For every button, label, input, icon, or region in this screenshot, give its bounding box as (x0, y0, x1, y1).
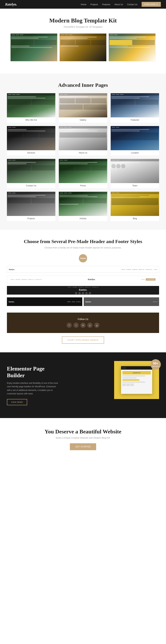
page-featured[interactable]: Featured (111, 93, 159, 122)
header-previews: Katelyn. Home Projects Features About Us… (7, 266, 159, 308)
social-twitter[interactable]: t (74, 322, 79, 328)
inner-pages-section: Advanced Inner Pages Who We Are (0, 74, 166, 230)
nav-projects[interactable]: Projects (90, 3, 98, 6)
template-previews (7, 33, 159, 68)
page-location-label: Location (111, 150, 159, 156)
header-two-col: Katelyn. Office News Events Katelyn. ● ●… (7, 297, 159, 306)
nav-logo[interactable]: Katelyn. (5, 2, 17, 6)
page-blog[interactable]: Blog (111, 192, 159, 221)
page-prices[interactable]: Prices (59, 159, 107, 188)
start-exploring-button[interactable]: START EXPLORING DEMOS (62, 336, 104, 344)
nav-features[interactable]: Features (102, 3, 110, 6)
page-gallery[interactable]: Gallery (59, 93, 107, 122)
hero-subtitle: ThemeREX Template Kit: 25 Templates (7, 26, 159, 28)
preview-card-1[interactable] (10, 33, 58, 61)
page-prices-label: Prices (59, 183, 107, 188)
header-col-right[interactable]: Katelyn. ● ● ● ● (84, 297, 159, 306)
social-facebook[interactable]: f (66, 322, 72, 328)
elementor-section: Elementor Page Builder Enjoy intuitive i… (0, 352, 166, 418)
page-contact[interactable]: Contact Us (7, 159, 55, 188)
page-articles-label: Articles (59, 216, 107, 221)
page-about-label: About Us (59, 150, 107, 156)
nav-contact[interactable]: Contact Us (127, 3, 137, 6)
page-team[interactable]: Team (111, 159, 159, 188)
social-pinterest[interactable]: p (87, 322, 92, 328)
elementor-badge: 50+ Elements (150, 359, 161, 370)
final-subtitle: Build a Unique Creative Website with Mod… (7, 436, 159, 439)
elementor-text-block: Elementor Page Builder Enjoy intuitive i… (7, 365, 59, 405)
header-mockup-centered[interactable]: HomeLifestyleFeaturesAbout UsContact Us … (7, 276, 159, 283)
page-projects-label: Projects (7, 216, 55, 221)
hf-subtitle: Choose from a handy set of ready-made he… (7, 246, 159, 249)
header-row-1: Katelyn. Home Projects Features About Us… (7, 266, 159, 273)
social-icons-row: f t in p g (12, 322, 154, 328)
elementor-description: Enjoy intuitive interface and flexibilit… (7, 382, 59, 396)
header-mockup-dark-social[interactable]: HomeLifestyleFeaturesAbout UsContact Us … (7, 286, 159, 294)
page-blog-label: Blog (111, 216, 159, 221)
get-started-button[interactable]: GET STARTED (70, 443, 96, 450)
page-who-we-are[interactable]: Who We Are (7, 93, 55, 122)
page-featured-label: Featured (111, 118, 159, 122)
follow-title: Follow Us (12, 318, 154, 320)
preview-card-2[interactable] (60, 33, 106, 61)
follow-section: Follow Us f t in p g (7, 312, 159, 333)
nav-links: Home Projects Features About Us Contact … (81, 3, 137, 6)
nav-home[interactable]: Home (81, 3, 86, 6)
elementor-preview: 👩 The Best Lifestyle Blog ELEMENTOR (66, 361, 159, 410)
navigation: Katelyn. Home Projects Features About Us… (0, 0, 166, 9)
hf-title: Choose from Several Pre-Made Header and … (7, 238, 159, 245)
header-col-left[interactable]: Katelyn. Office News Events (7, 297, 82, 306)
purchase-button[interactable]: PURCHASE IT (142, 2, 161, 7)
view-demo-button[interactable]: VIEW DEMO (7, 399, 27, 405)
header-footer-section: Choose from Several Pre-Made Header and … (0, 230, 166, 352)
page-team-label: Team (111, 183, 159, 188)
page-articles[interactable]: Articles (59, 192, 107, 221)
page-projects[interactable]: Projects (7, 192, 55, 221)
hero-title: Modern Blog Template Kit (7, 17, 159, 24)
elementor-title: Elementor Page Builder (7, 365, 59, 378)
nav-about[interactable]: About Us (114, 3, 123, 6)
final-title: You Deserve a Beautiful Website (7, 428, 159, 435)
inner-pages-title: Advanced Inner Pages (7, 82, 159, 88)
page-gallery-label: Gallery (59, 118, 107, 122)
hero-section: Modern Blog Template Kit ThemeREX Templa… (0, 9, 166, 74)
final-section: You Deserve a Beautiful Website Build a … (0, 418, 166, 460)
header-mockup-light[interactable]: Katelyn. Home Projects Features About Us… (7, 266, 159, 273)
social-linkedin[interactable]: in (80, 322, 86, 328)
page-location[interactable]: Location (111, 126, 159, 156)
page-services-label: Services (7, 150, 55, 156)
page-about[interactable]: About Us (59, 126, 107, 156)
pages-grid: Who We Are Gallery (7, 93, 159, 221)
page-contact-label: Contact Us (7, 183, 55, 188)
elementor-overlay-panel: ELEMENTOR (121, 366, 152, 394)
social-google[interactable]: g (94, 322, 100, 328)
preview-card-3[interactable] (108, 33, 156, 61)
styles-badge: 7 styles (79, 254, 87, 262)
page-who-we-are-label: Who We Are (7, 118, 55, 122)
page-services[interactable]: Services (7, 126, 55, 156)
